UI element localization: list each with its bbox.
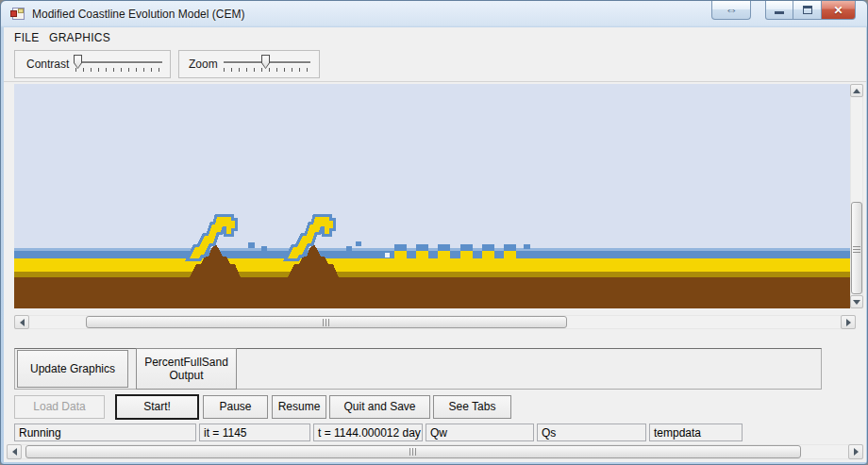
status-iteration: it = 1145 [199, 423, 310, 441]
zoom-label: Zoom [189, 58, 218, 71]
canvas-vertical-scrollbar[interactable] [850, 84, 863, 308]
zoom-slider-thumb[interactable] [261, 55, 270, 69]
scroll-down-button[interactable] [850, 295, 863, 308]
status-time: t = 1144.000012 day [313, 423, 423, 441]
contrast-slider-ticks [75, 68, 164, 72]
foam-pixel [385, 253, 390, 257]
scroll-left-button[interactable] [14, 315, 29, 329]
status-running: Running [14, 423, 196, 441]
caption-buttons: ✕ [765, 1, 856, 20]
horizontal-scroll-thumb[interactable] [25, 445, 801, 458]
menu-file[interactable]: FILE [8, 28, 46, 46]
title-bar[interactable]: Modified Coastline Evolution Model (CEM)… [1, 1, 867, 27]
app-window: Modified Coastline Evolution Model (CEM)… [0, 0, 868, 465]
scroll-left-button[interactable] [7, 444, 22, 459]
start-button[interactable]: Start! [115, 394, 199, 420]
scroll-grip-icon [853, 244, 860, 253]
update-graphics-button[interactable]: Update Graphics [17, 350, 128, 388]
scroll-grip-icon [409, 448, 418, 456]
contrast-slider-thumb[interactable] [74, 55, 82, 69]
scroll-up-button[interactable] [850, 84, 863, 97]
status-qs: Qs [537, 423, 646, 441]
arrow-left-icon [12, 448, 17, 456]
quit-and-save-button[interactable]: Quit and Save [329, 395, 430, 419]
window-title: Modified Coastline Evolution Model (CEM) [32, 8, 244, 21]
pause-button[interactable]: Pause [203, 395, 268, 419]
resume-button[interactable]: Resume [272, 395, 326, 419]
close-icon: ✕ [833, 4, 843, 17]
minimize-icon [775, 11, 784, 14]
contrast-label: Contrast [26, 58, 69, 71]
arrow-right-icon [854, 448, 859, 456]
toolbar: Contrast Zoom [4, 46, 866, 82]
contrast-slider-track[interactable] [75, 61, 162, 63]
minimize-button[interactable] [765, 1, 793, 20]
zoom-group: Zoom [178, 50, 320, 78]
status-tempdata: tempdata [649, 423, 743, 441]
scroll-grip-icon [323, 319, 331, 326]
horizontal-scroll-thumb[interactable] [86, 316, 567, 328]
canvas-horizontal-scrollbar[interactable] [14, 315, 856, 329]
scroll-right-button[interactable] [841, 315, 856, 329]
arrow-left-icon [20, 319, 25, 326]
menu-graphics[interactable]: GRAPHICS [42, 28, 117, 46]
maximize-icon [803, 6, 812, 14]
waterline-highlight [14, 248, 850, 251]
coastline-graphic [14, 84, 850, 308]
see-tabs-button[interactable]: See Tabs [433, 395, 511, 419]
window-horizontal-scrollbar[interactable] [7, 444, 863, 459]
arrow-up-icon [853, 89, 860, 93]
resize-button[interactable]: ⇔ [711, 1, 751, 20]
status-qw: Qw [426, 423, 534, 441]
earth-layer [14, 277, 850, 308]
close-button[interactable]: ✕ [822, 1, 856, 20]
sand-layer [14, 258, 850, 272]
app-icon [10, 7, 25, 22]
vertical-scroll-thumb[interactable] [851, 202, 862, 294]
simulation-canvas [14, 84, 850, 308]
menu-bar: FILE GRAPHICS [4, 28, 866, 46]
dark-sand-layer [14, 272, 850, 277]
zoom-slider-ticks [224, 68, 312, 72]
resize-arrows-icon: ⇔ [726, 3, 738, 17]
waterline-layer [14, 251, 850, 258]
arrow-right-icon [846, 319, 851, 326]
contrast-group: Contrast [14, 50, 171, 78]
scroll-right-button[interactable] [848, 444, 863, 459]
load-data-button[interactable]: Load Data [14, 395, 105, 419]
maximize-button[interactable] [793, 1, 822, 20]
arrow-down-icon [853, 300, 860, 305]
percentfullsand-output-button[interactable]: PercentFullSand Output [136, 348, 237, 390]
